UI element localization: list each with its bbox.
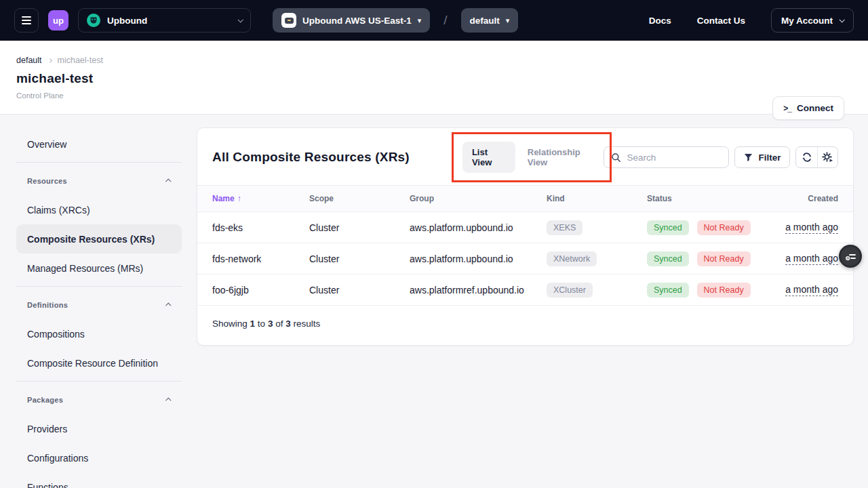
status-badge-synced: Synced [647,251,689,266]
terminal-icon: >_ [783,104,791,113]
org-avatar-icon [87,14,100,27]
results-summary: Showing 1 to 3 of 3 results [197,306,853,345]
cell-name: fds-network [212,253,309,264]
cell-group: aws.platform.upbound.io [410,253,547,264]
connect-button-label: Connect [797,103,833,113]
control-plane-selector[interactable]: Upbound AWS US-East-1 ▾ [273,8,430,33]
status-badge-not-ready: Not Ready [697,220,751,235]
sidebar-item-overview[interactable]: Overview [16,129,182,159]
cell-name: foo-6jgjb [212,285,309,296]
sidebar-section-packages[interactable]: Packages [16,385,182,414]
table-row[interactable]: foo-6jgjb Cluster aws.platformref.upboun… [197,274,853,306]
cell-group: aws.platformref.upbound.io [410,285,547,296]
control-plane-label: Upbound AWS US-East-1 [302,16,412,26]
nav-link-docs[interactable]: Docs [649,16,671,26]
card-header: All Composite Resources (XRs) List View … [197,128,853,185]
sidebar-item-providers[interactable]: Providers [16,414,182,443]
top-navbar: up Upbound Upbound AWS US-East-1 ▾ / def… [0,0,868,41]
upbound-logo[interactable]: up [48,10,68,30]
sidebar-divider [16,162,182,163]
refresh-icon [802,152,812,163]
kind-badge: XCluster [547,283,593,298]
chevron-down-icon [839,17,844,22]
search-icon [611,152,621,163]
hamburger-menu-button[interactable] [14,8,39,33]
group-selector[interactable]: default ▾ [461,8,519,33]
chevron-up-icon [165,178,171,184]
breadcrumb-chevron-icon [47,58,52,62]
sidebar-item-xrd[interactable]: Composite Resource Definition [16,348,182,378]
my-account-menu[interactable]: My Account [771,8,854,33]
content-area: Overview Resources Claims (XRCs) Composi… [0,115,868,488]
chevron-down-icon [237,17,243,22]
filter-button[interactable]: Filter [734,146,790,168]
status-badge-synced: Synced [647,220,689,235]
hamburger-icon [22,16,31,18]
column-header-status[interactable]: Status [647,194,772,203]
section-title: Packages [27,396,63,404]
cell-scope: Cluster [309,285,410,296]
page-title: michael-test [16,71,868,86]
sidebar-section-definitions[interactable]: Definitions [16,290,182,319]
my-account-label: My Account [781,16,833,26]
column-header-group[interactable]: Group [410,194,547,203]
card-title: All Composite Resources (XRs) [212,150,410,165]
created-tooltip-link[interactable]: a month ago [785,253,838,265]
section-title: Definitions [27,301,68,309]
sidebar-item-claims[interactable]: Claims (XRCs) [16,195,182,224]
table-header-row: Name ↑ Scope Group Kind Status Created [197,185,853,212]
gear-play-icon [822,152,833,163]
sidebar-item-compositions[interactable]: Compositions [16,319,182,348]
feedback-widget-button[interactable] [839,245,862,268]
tab-relationship-view[interactable]: Relationship View [518,142,604,173]
created-tooltip-link[interactable]: a month ago [785,284,838,296]
search-box [604,146,729,168]
caret-down-icon: ▾ [418,17,422,24]
status-badge-not-ready: Not Ready [697,251,751,266]
nav-link-contact-us[interactable]: Contact Us [697,16,745,26]
column-header-scope[interactable]: Scope [309,194,410,203]
kind-badge: XEKS [547,220,583,235]
breadcrumb-item-default[interactable]: default [16,56,42,65]
cell-name: fds-eks [212,222,309,233]
status-badge-not-ready: Not Ready [697,283,751,298]
sidebar-item-composite-resources[interactable]: Composite Resources (XRs) [16,224,182,253]
sidebar-divider [16,286,182,287]
cell-group: aws.platform.upbound.io [410,222,547,233]
refresh-button[interactable] [796,147,816,167]
column-header-name[interactable]: Name ↑ [212,194,309,203]
breadcrumb-item-current: michael-test [58,56,103,65]
caret-down-icon: ▾ [506,17,510,24]
group-selector-label: default [470,16,500,26]
sidebar-item-managed-resources[interactable]: Managed Resources (MRs) [16,253,182,283]
path-separator: / [443,13,447,28]
auto-refresh-settings-button[interactable] [817,147,837,167]
search-input[interactable] [627,152,722,163]
org-selector[interactable]: Upbound [78,8,251,33]
column-header-kind[interactable]: Kind [547,194,647,203]
section-title: Resources [27,177,67,185]
sidebar-item-configurations[interactable]: Configurations [16,443,182,472]
tab-list-view[interactable]: List View [462,142,515,173]
cell-scope: Cluster [309,222,410,233]
view-toggle: List View Relationship View [462,142,604,173]
created-tooltip-link[interactable]: a month ago [785,222,838,234]
navbar-left: up Upbound Upbound AWS US-East-1 ▾ / def… [14,8,639,33]
main-area: All Composite Resources (XRs) List View … [197,115,868,488]
kind-badge: XNetwork [547,251,597,266]
table-row[interactable]: fds-eks Cluster aws.platform.upbound.io … [197,212,853,243]
org-selector-label: Upbound [107,16,231,26]
table-row[interactable]: fds-network Cluster aws.platform.upbound… [197,243,853,274]
filter-icon [744,153,753,162]
sidebar-divider [16,381,182,382]
breadcrumb: default michael-test [16,56,868,65]
column-header-created[interactable]: Created [772,194,838,203]
filter-button-label: Filter [758,152,781,163]
chevron-up-icon [165,397,171,403]
sidebar: Overview Resources Claims (XRCs) Composi… [0,115,182,488]
connect-button[interactable]: >_ Connect [772,96,844,120]
sidebar-section-resources[interactable]: Resources [16,166,182,195]
status-badge-synced: Synced [647,283,689,298]
chevron-up-icon [165,302,171,308]
sidebar-item-functions[interactable]: Functions [16,472,182,488]
